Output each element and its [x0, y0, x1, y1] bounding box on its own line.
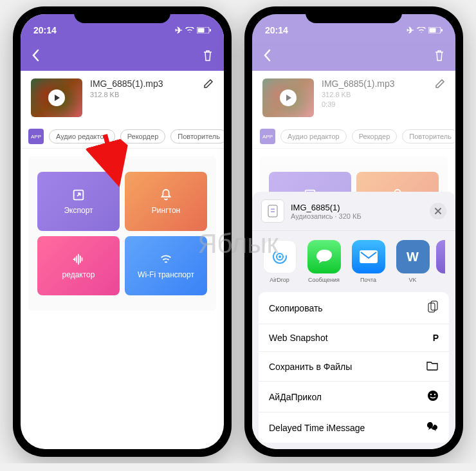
share-file-icon — [261, 199, 284, 223]
tile-wifi[interactable]: Wi-Fi транспорт — [125, 236, 207, 295]
share-subtitle: Аудиозапись · 320 КБ — [291, 212, 362, 220]
copy-icon — [427, 300, 439, 315]
notch — [306, 6, 402, 23]
chip-audio-editor[interactable]: Аудио редактор — [280, 129, 347, 143]
svg-rect-14 — [360, 250, 378, 263]
smile-icon — [427, 390, 439, 403]
svg-point-17 — [428, 391, 438, 401]
svg-rect-1 — [198, 28, 205, 33]
chip-repeater[interactable]: Повторитель — [402, 129, 455, 143]
svg-point-18 — [430, 394, 432, 395]
file-thumbnail[interactable] — [31, 78, 82, 117]
notch — [74, 6, 170, 23]
more-app-icon — [436, 240, 445, 273]
share-apps-row[interactable]: AirDrop Сообщения Почта — [252, 231, 455, 292]
play-icon[interactable] — [48, 89, 65, 106]
mail-icon — [352, 240, 385, 273]
vk-icon: W — [396, 240, 430, 273]
svg-point-13 — [279, 255, 281, 258]
vk-label: VK — [408, 277, 416, 283]
messages-label: Сообщения — [308, 277, 340, 283]
phone-left: 20:14 ✈︎ — [13, 6, 232, 457]
chip-recorder[interactable]: Рекордер — [352, 129, 398, 143]
share-actions-list: Скопировать Web Snapshot P Сохранить в Ф… — [259, 292, 449, 443]
share-app-vk[interactable]: W VK — [396, 240, 430, 283]
tile-editor[interactable]: редактор — [37, 236, 120, 295]
action-save-files[interactable]: Сохранить в Файлы — [259, 352, 449, 382]
edit-icon[interactable] — [203, 78, 214, 91]
mail-label: Почта — [360, 277, 376, 283]
svg-rect-7 — [430, 28, 436, 33]
share-app-airdrop[interactable]: AirDrop — [262, 240, 297, 283]
chip-recorder[interactable]: Рекордер — [120, 129, 166, 143]
file-size: 312.8 KB — [322, 90, 445, 100]
svg-rect-10 — [268, 205, 277, 217]
tile-export[interactable]: Экспорт — [37, 172, 120, 231]
messages-icon — [307, 240, 341, 273]
share-title: IMG_6885(1) — [291, 203, 362, 212]
status-time: 20:14 — [33, 25, 57, 35]
chat-icon — [426, 421, 439, 434]
svg-rect-2 — [210, 29, 211, 32]
wifi-icon — [185, 25, 194, 35]
action-save-files-label: Сохранить в Файлы — [269, 362, 352, 372]
action-delayed-label: Delayed Time iMessage — [269, 423, 365, 433]
share-app-messages[interactable]: Сообщения — [307, 240, 341, 283]
tile-ringtone-label: Рингтон — [152, 206, 180, 215]
svg-rect-8 — [441, 29, 443, 32]
battery-icon — [428, 25, 443, 35]
action-copy-label: Скопировать — [269, 303, 323, 313]
file-duration: 0:39 — [322, 100, 445, 109]
share-header: IMG_6885(1) Аудиозапись · 320 КБ — [252, 192, 455, 231]
svg-rect-16 — [431, 301, 437, 310]
svg-rect-15 — [428, 303, 435, 312]
back-button[interactable] — [262, 49, 271, 64]
file-thumbnail[interactable] — [262, 78, 314, 117]
back-button[interactable] — [31, 49, 40, 64]
status-time: 20:14 — [265, 25, 288, 35]
share-app-mail[interactable]: Почта — [351, 240, 385, 283]
app-badge-icon[interactable]: APP — [28, 129, 44, 144]
file-info: IMG_6885(1).mp3 312.8 KB — [21, 71, 224, 125]
tile-editor-label: редактор — [62, 270, 95, 279]
waveform-icon — [71, 252, 86, 266]
action-web-snapshot[interactable]: Web Snapshot P — [259, 324, 449, 352]
chip-repeater[interactable]: Повторитель — [170, 129, 224, 143]
folder-icon — [426, 360, 439, 373]
close-button[interactable] — [430, 203, 446, 219]
action-copy[interactable]: Скопировать — [259, 292, 449, 324]
airplane-icon: ✈︎ — [175, 25, 183, 35]
file-name: IMG_6885(1).mp3 — [322, 78, 445, 89]
web-snapshot-icon: P — [433, 333, 439, 343]
file-info: IMG_6885(1).mp3 312.8 KB 0:39 — [252, 71, 455, 125]
edit-icon[interactable] — [435, 78, 445, 91]
action-delayed-imessage[interactable]: Delayed Time iMessage — [259, 412, 449, 443]
tile-ringtone[interactable]: Рингтон — [125, 172, 207, 231]
file-size: 312.8 KB — [90, 90, 214, 100]
share-app-more[interactable] — [436, 240, 445, 283]
action-web-snapshot-label: Web Snapshot — [269, 333, 328, 343]
file-name: IMG_6885(1).mp3 — [90, 78, 214, 89]
tile-export-label: Экспорт — [64, 206, 93, 215]
wifi-icon — [417, 25, 426, 35]
nav-bar — [21, 42, 224, 71]
tile-wifi-label: Wi-Fi транспорт — [138, 270, 194, 279]
nav-bar — [252, 42, 455, 71]
airdrop-icon — [263, 240, 297, 273]
play-icon[interactable] — [280, 89, 297, 106]
svg-point-19 — [434, 394, 435, 395]
share-sheet: IMG_6885(1) Аудиозапись · 320 КБ AirDrop — [252, 192, 455, 449]
chip-row: APP Аудио редактор Рекордер Повторитель — [252, 125, 455, 149]
action-aidaprikol-label: АйДаПрикол — [269, 392, 322, 402]
trash-button[interactable] — [434, 49, 445, 64]
airdrop-label: AirDrop — [270, 277, 289, 283]
trash-button[interactable] — [202, 49, 214, 64]
airplane-icon: ✈︎ — [407, 25, 414, 35]
battery-icon — [197, 25, 211, 35]
app-badge-icon[interactable]: APP — [260, 129, 275, 144]
action-aidaprikol[interactable]: АйДаПрикол — [259, 382, 449, 412]
phone-right: 20:14 ✈︎ — [244, 6, 463, 457]
